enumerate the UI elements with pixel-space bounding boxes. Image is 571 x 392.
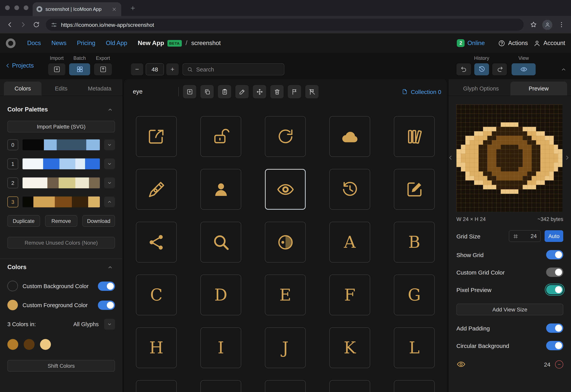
nav-pricing[interactable]: Pricing — [77, 40, 95, 47]
window-close-button[interactable] — [5, 5, 10, 10]
decrease-size-button[interactable]: − — [131, 63, 143, 75]
chevron-down-icon[interactable] — [104, 319, 115, 330]
palette-row[interactable]: 2 — [7, 178, 115, 188]
tile-unlock[interactable] — [200, 116, 241, 157]
palette-swatch[interactable] — [85, 158, 100, 169]
tile-eye[interactable] — [265, 169, 306, 210]
tile-empty[interactable] — [394, 380, 435, 392]
palette-row[interactable]: 1 — [7, 158, 115, 169]
unflag-button[interactable] — [305, 85, 318, 98]
tile-contrast[interactable] — [265, 222, 306, 263]
tile-user[interactable] — [200, 169, 241, 210]
tile-cloud[interactable] — [329, 116, 370, 157]
tile-history[interactable] — [329, 169, 370, 210]
chevron-down-icon[interactable] — [104, 140, 115, 150]
tile-empty[interactable] — [265, 380, 306, 392]
chevron-down-icon[interactable] — [104, 158, 115, 169]
tile-letter-h[interactable]: H — [136, 327, 177, 368]
forward-button[interactable] — [16, 18, 29, 31]
palette-swatch[interactable] — [48, 178, 59, 188]
palette-swatch[interactable] — [55, 196, 72, 207]
palette-swatch[interactable] — [43, 158, 59, 169]
nav-new-app[interactable]: New App BETA — [138, 40, 182, 47]
glyph-color-swatch[interactable] — [40, 339, 51, 350]
custom-foreground-swatch[interactable] — [7, 300, 18, 310]
download-button[interactable] — [183, 85, 196, 98]
rename-button[interactable] — [235, 85, 249, 98]
batch-button[interactable] — [69, 63, 90, 75]
tile-share-out[interactable] — [136, 116, 177, 157]
circular-background-toggle[interactable] — [546, 341, 563, 350]
search-input[interactable] — [196, 66, 280, 72]
palette-index[interactable]: 2 — [7, 178, 18, 188]
palette-swatch[interactable] — [75, 158, 85, 169]
flag-button[interactable] — [288, 85, 301, 98]
shift-colors-button[interactable]: Shift Colors — [7, 360, 115, 372]
browser-tab[interactable]: screenshot | IcoMoon App — [33, 2, 121, 16]
palette-swatch-bar[interactable] — [23, 140, 100, 150]
tile-letter-k[interactable]: K — [329, 327, 370, 368]
tile-empty[interactable] — [136, 380, 177, 392]
account-button[interactable]: Account — [533, 39, 565, 47]
palette-swatch[interactable] — [72, 196, 88, 207]
tile-refresh[interactable] — [265, 116, 306, 157]
view-toggle-button[interactable] — [512, 63, 536, 75]
tile-letter-a[interactable]: A — [329, 222, 370, 263]
projects-back-link[interactable]: Projects — [5, 62, 34, 69]
tile-letter-e[interactable]: E — [265, 275, 306, 315]
glyph-filter-select[interactable]: All Glyphs — [73, 321, 99, 327]
tile-search[interactable] — [200, 222, 241, 263]
palette-swatch[interactable] — [59, 158, 75, 169]
collapse-toolbar-icon[interactable] — [558, 63, 569, 75]
export-button[interactable] — [94, 63, 112, 75]
tab-close-icon[interactable] — [111, 6, 117, 12]
palette-row[interactable]: 0 — [7, 140, 115, 150]
pixel-preview-toggle[interactable] — [546, 285, 563, 294]
tile-letter-c[interactable]: C — [136, 275, 177, 315]
tile-letter-f[interactable]: F — [329, 275, 370, 315]
new-tab-button[interactable] — [129, 4, 137, 12]
tile-edit[interactable] — [394, 169, 435, 210]
duplicate-button[interactable]: Duplicate — [7, 215, 40, 227]
chevron-up-icon[interactable] — [104, 196, 115, 207]
palette-swatch[interactable] — [86, 140, 100, 150]
history-button[interactable] — [474, 63, 489, 75]
chevron-up-icon[interactable] — [105, 262, 115, 272]
palette-swatch[interactable] — [75, 178, 89, 188]
selection-name-input[interactable] — [130, 88, 178, 95]
delete-button[interactable] — [270, 85, 284, 98]
url-bar[interactable]: https://icomoon.io/new-app/screenshot — [46, 19, 524, 31]
palette-swatch[interactable] — [59, 178, 75, 188]
custom-grid-color-toggle[interactable] — [546, 267, 563, 277]
collection-link[interactable]: Collection 0 — [401, 88, 441, 95]
nav-old-app[interactable]: Old App — [106, 40, 127, 47]
icomoon-logo-icon[interactable] — [6, 38, 15, 48]
import-palette-button[interactable]: Import Palette (SVG) — [7, 121, 115, 132]
tab-preview[interactable]: Preview — [510, 82, 567, 96]
tile-letter-g[interactable]: G — [394, 275, 435, 315]
add-padding-toggle[interactable] — [546, 323, 563, 333]
import-button[interactable] — [48, 63, 65, 75]
undo-button[interactable] — [457, 63, 471, 75]
palette-swatch[interactable] — [23, 178, 48, 188]
site-settings-icon[interactable] — [51, 22, 57, 28]
glyph-color-swatch[interactable] — [24, 339, 35, 350]
tile-share-nodes[interactable] — [136, 222, 177, 263]
tile-pen-nib[interactable] — [136, 169, 177, 210]
tile-letter-d[interactable]: D — [200, 275, 241, 315]
palette-swatch[interactable] — [23, 158, 43, 169]
tile-empty[interactable] — [200, 380, 241, 392]
custom-background-swatch[interactable] — [7, 281, 18, 291]
collapse-panel-right-icon[interactable] — [564, 154, 570, 161]
show-grid-toggle[interactable] — [546, 250, 563, 259]
search-box[interactable] — [183, 63, 284, 75]
palette-swatch[interactable] — [88, 196, 100, 207]
remove-button[interactable]: Remove — [45, 215, 77, 227]
tab-metadata[interactable]: Metadata — [81, 82, 118, 96]
increase-size-button[interactable]: + — [166, 63, 179, 75]
palette-swatch[interactable] — [44, 140, 57, 150]
tile-empty[interactable] — [329, 380, 370, 392]
tile-letter-b[interactable]: B — [394, 222, 435, 263]
remove-view-size-icon[interactable]: − — [555, 360, 563, 368]
palette-swatch[interactable] — [57, 140, 86, 150]
